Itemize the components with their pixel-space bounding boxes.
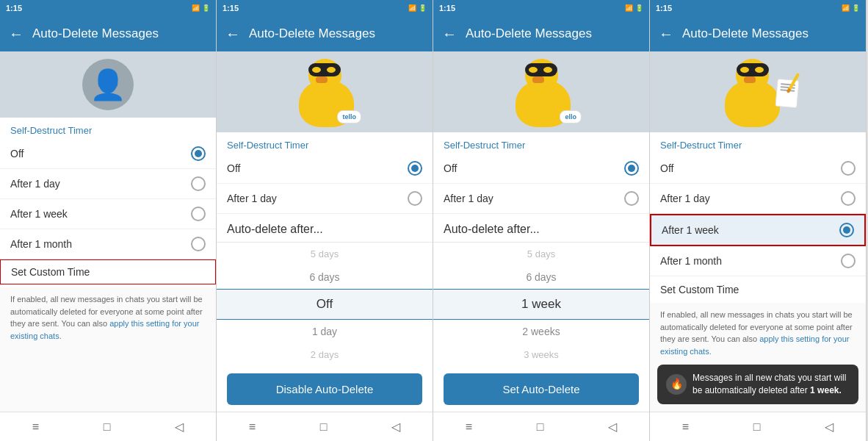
- nav-menu-4[interactable]: ≡: [682, 420, 689, 434]
- status-bar-4: 1:15 📶 🔋: [650, 0, 866, 16]
- info-text-1: If enabled, all new messages in chats yo…: [0, 287, 216, 412]
- picker-item-6days: 6 days: [217, 265, 433, 289]
- radio-off-2[interactable]: [408, 161, 422, 176]
- back-button-4[interactable]: ←: [659, 26, 673, 43]
- custom-time-1[interactable]: Set Custom Time: [0, 259, 216, 284]
- radio-day-2[interactable]: [408, 191, 422, 206]
- nav-menu-2[interactable]: ≡: [249, 420, 256, 434]
- status-bar-3: 1:15 📶 🔋: [433, 0, 649, 16]
- radio-month-4[interactable]: [841, 254, 856, 268]
- option-month-1[interactable]: After 1 month: [0, 229, 216, 259]
- header-4: ← Auto-Delete Messages: [650, 16, 866, 51]
- picker-scroll-3[interactable]: 5 days 6 days 1 week 2 weeks 3 weeks: [433, 243, 649, 366]
- radio-off-1[interactable]: [191, 146, 206, 161]
- nav-back-3[interactable]: ◁: [608, 420, 617, 434]
- option-off-1[interactable]: Off: [0, 139, 216, 169]
- picker-item-2weeks-3: 2 weeks: [433, 320, 649, 343]
- radio-day-3[interactable]: [624, 191, 639, 206]
- option-off-3[interactable]: Off: [433, 154, 649, 184]
- picker-item-off[interactable]: Off: [217, 289, 433, 320]
- nav-home-1[interactable]: □: [104, 420, 111, 434]
- avatar-area-2: tello: [217, 51, 433, 132]
- radio-week-1[interactable]: [191, 207, 206, 221]
- header-title-4: Auto-Delete Messages: [682, 26, 809, 41]
- header-2: ← Auto-Delete Messages: [217, 16, 433, 51]
- back-button-1[interactable]: ←: [9, 26, 23, 43]
- screen-4: 1:15 📶 🔋 ← Auto-Delete Messages: [650, 0, 867, 441]
- radio-month-1[interactable]: [191, 237, 206, 251]
- bottom-nav-3: ≡ □ ◁: [433, 412, 649, 441]
- disable-button-2[interactable]: Disable Auto-Delete: [227, 373, 422, 405]
- status-bar-2: 1:15 📶 🔋: [217, 0, 433, 16]
- back-button-2[interactable]: ←: [225, 26, 240, 43]
- option-day-label-3: After 1 day: [444, 193, 493, 204]
- picker-scroll-2[interactable]: 5 days 6 days Off 1 day 2 days: [217, 243, 433, 366]
- content-3: Self-Destruct Timer Off After 1 day Auto…: [433, 132, 649, 412]
- option-week-label-1: After 1 week: [10, 208, 68, 220]
- picker-item-6days-3: 6 days: [433, 265, 649, 289]
- section-label-1: Self-Destruct Timer: [0, 118, 216, 139]
- radio-off-3[interactable]: [624, 161, 639, 176]
- custom-time-label-1: Set Custom Time: [11, 266, 90, 278]
- nav-home-3[interactable]: □: [537, 420, 544, 434]
- picker-item-1day: 1 day: [217, 320, 433, 343]
- option-week-4[interactable]: After 1 week: [650, 214, 866, 246]
- nav-menu-1[interactable]: ≡: [32, 420, 39, 434]
- picker-item-2days: 2 days: [217, 343, 433, 366]
- avatar-silhouette-1: 👤: [90, 68, 126, 102]
- avatar-area-1: 👤: [0, 51, 216, 118]
- screen-2: 1:15 📶 🔋 ← Auto-Delete Messages tello: [217, 0, 433, 441]
- option-month-4[interactable]: After 1 month: [650, 246, 866, 276]
- nav-menu-3[interactable]: ≡: [466, 420, 472, 434]
- option-week-1[interactable]: After 1 week: [0, 199, 216, 229]
- picker-2: Auto-delete after... 5 days 6 days Off 1…: [217, 214, 433, 412]
- header-1: ← Auto-Delete Messages: [0, 16, 216, 51]
- option-off-2[interactable]: Off: [217, 154, 433, 184]
- nav-home-2[interactable]: □: [320, 420, 328, 434]
- back-button-3[interactable]: ←: [442, 26, 457, 43]
- set-autodelete-button-3[interactable]: Set Auto-Delete: [444, 373, 639, 405]
- signal-icon-3: 📶: [625, 4, 633, 12]
- wifi-icon-1: 🔋: [202, 4, 210, 12]
- header-title-1: Auto-Delete Messages: [32, 26, 159, 41]
- option-day-1[interactable]: After 1 day: [0, 169, 216, 199]
- wifi-icon-2: 🔋: [419, 4, 427, 12]
- status-time-1: 1:15: [6, 4, 22, 12]
- screen-3-content: 1:15 📶 🔋 ← Auto-Delete Messages ello: [433, 0, 650, 441]
- bottom-nav-2: ≡ □ ◁: [217, 412, 433, 441]
- nav-back-1[interactable]: ◁: [175, 420, 184, 434]
- picker-item-1week-3[interactable]: 1 week: [433, 289, 649, 320]
- screen-4-content: 1:15 📶 🔋 ← Auto-Delete Messages: [650, 0, 867, 441]
- status-time-4: 1:15: [656, 4, 672, 12]
- custom-time-4[interactable]: Set Custom Time: [650, 276, 866, 303]
- option-off-4[interactable]: Off: [650, 154, 866, 184]
- option-off-label-3: Off: [444, 162, 457, 174]
- status-icons-3: 📶 🔋: [625, 4, 643, 12]
- option-off-label-2: Off: [227, 162, 240, 174]
- toast-4: 🔥 Messages in all new chats you start wi…: [657, 365, 858, 404]
- status-icons-2: 📶 🔋: [408, 4, 427, 12]
- option-day-label-1: After 1 day: [10, 178, 60, 190]
- option-month-label-1: After 1 month: [10, 238, 72, 250]
- option-day-4[interactable]: After 1 day: [650, 184, 866, 214]
- signal-icon-1: 📶: [192, 4, 200, 12]
- option-day-3[interactable]: After 1 day: [433, 184, 649, 214]
- option-week-label-4: After 1 week: [662, 224, 719, 236]
- nav-home-4[interactable]: □: [753, 420, 761, 434]
- radio-day-4[interactable]: [841, 191, 856, 206]
- status-icons-4: 📶 🔋: [842, 4, 860, 12]
- screen-1-content: 1:15 📶 🔋 ← Auto-Delete Messages 👤 Self-D…: [0, 0, 217, 441]
- option-day-2[interactable]: After 1 day: [217, 184, 433, 214]
- status-time-3: 1:15: [439, 4, 455, 12]
- radio-week-4[interactable]: [839, 223, 854, 237]
- option-off-label-4: Off: [660, 162, 673, 174]
- signal-icon-4: 📶: [842, 4, 850, 12]
- avatar-area-4: [650, 51, 866, 132]
- radio-day-1[interactable]: [191, 176, 206, 191]
- nav-back-4[interactable]: ◁: [825, 420, 833, 434]
- header-title-3: Auto-Delete Messages: [466, 26, 592, 41]
- wifi-icon-4: 🔋: [852, 4, 860, 12]
- toast-text-4: Messages in all new chats you start will…: [692, 372, 850, 397]
- radio-off-4[interactable]: [841, 161, 856, 176]
- nav-back-2[interactable]: ◁: [391, 420, 400, 434]
